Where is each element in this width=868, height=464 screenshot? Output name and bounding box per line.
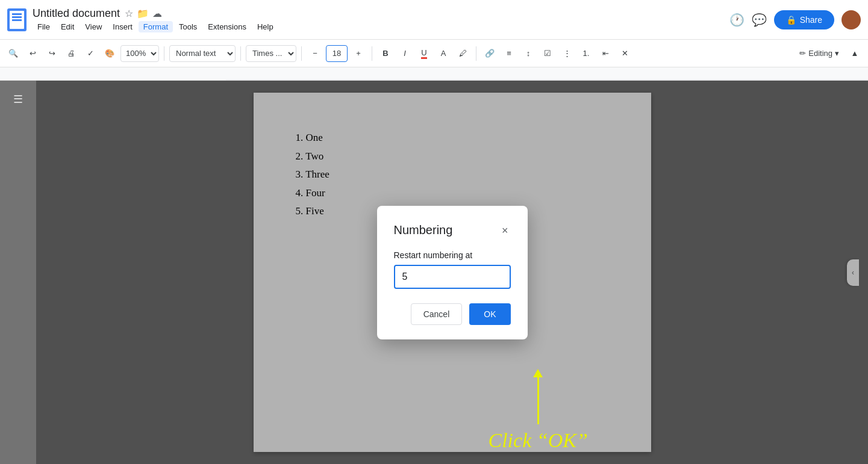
sidebar-left: ☰ bbox=[0, 81, 36, 464]
menu-help[interactable]: Help bbox=[252, 21, 278, 32]
doc-title-text[interactable]: Untitled document bbox=[33, 7, 120, 20]
title-section: Untitled document ☆ 📁 ☁ File Edit View I… bbox=[33, 7, 278, 32]
editing-btn[interactable]: ✏ Editing ▾ bbox=[795, 45, 844, 63]
title-bar: Untitled document ☆ 📁 ☁ File Edit View I… bbox=[0, 0, 868, 40]
ruler-content bbox=[226, 67, 868, 80]
star-icon[interactable]: ☆ bbox=[125, 8, 133, 19]
doc-title-row: Untitled document ☆ 📁 ☁ bbox=[33, 7, 278, 20]
checklist-btn[interactable]: ☑ bbox=[539, 45, 556, 63]
toolbar: 🔍 ↩ ↪ 🖨 ✓ 🎨 100% Normal text Times ... −… bbox=[0, 40, 868, 67]
search-btn[interactable]: 🔍 bbox=[5, 45, 22, 63]
outline-icon[interactable]: ☰ bbox=[13, 93, 23, 106]
avatar[interactable] bbox=[841, 10, 861, 29]
menu-file[interactable]: File bbox=[33, 21, 55, 32]
clear-format-btn[interactable]: ✕ bbox=[616, 45, 633, 63]
highlight-btn[interactable]: 🖊 bbox=[454, 45, 471, 63]
share-button[interactable]: 🔒 Share bbox=[774, 10, 834, 29]
divider-4 bbox=[372, 46, 372, 61]
pencil-icon: ✏ bbox=[799, 49, 806, 58]
undo-btn[interactable]: ↩ bbox=[24, 45, 41, 63]
redo-btn[interactable]: ↪ bbox=[43, 45, 60, 63]
font-select[interactable]: Times ... bbox=[246, 45, 296, 62]
main-area: ☰ 1. One 2. Two 3. Three 4. Four 5. Five… bbox=[0, 81, 868, 464]
spellcheck-btn[interactable]: ✓ bbox=[82, 45, 99, 63]
modal-buttons: Cancel OK bbox=[394, 303, 511, 325]
font-size-increase-btn[interactable]: + bbox=[350, 45, 367, 63]
modal-header: Numbering × bbox=[394, 223, 511, 238]
title-icons: ☆ 📁 ☁ bbox=[125, 8, 162, 19]
zoom-select[interactable]: 100% bbox=[120, 45, 159, 62]
ruler bbox=[0, 67, 868, 81]
modal-close-button[interactable]: × bbox=[499, 223, 511, 238]
text-color-btn[interactable]: A bbox=[435, 45, 452, 63]
line-spacing-btn[interactable]: ↕ bbox=[520, 45, 537, 63]
indent-less-btn[interactable]: ⇤ bbox=[597, 45, 614, 63]
menu-insert[interactable]: Insert bbox=[108, 21, 137, 32]
ruler-svg bbox=[226, 67, 868, 80]
underline-btn[interactable]: U bbox=[416, 45, 432, 63]
cloud-icon[interactable]: ☁ bbox=[152, 8, 162, 19]
print-btn[interactable]: 🖨 bbox=[63, 45, 80, 63]
divider-2 bbox=[240, 46, 241, 61]
numbering-dialog: Numbering × Restart numbering at Cancel … bbox=[377, 206, 528, 339]
editing-label: Editing bbox=[808, 49, 832, 58]
folder-icon[interactable]: 📁 bbox=[137, 8, 149, 19]
history-icon[interactable]: 🕐 bbox=[729, 13, 745, 27]
comment-icon[interactable]: 💬 bbox=[752, 13, 767, 27]
chevron-up-icon[interactable]: ▲ bbox=[846, 45, 863, 63]
link-btn[interactable]: 🔗 bbox=[481, 45, 498, 63]
menu-format[interactable]: Format bbox=[139, 21, 173, 32]
modal-label: Restart numbering at bbox=[394, 250, 511, 260]
cancel-button[interactable]: Cancel bbox=[411, 303, 463, 325]
divider-3 bbox=[301, 46, 302, 61]
chevron-down-icon: ▾ bbox=[835, 49, 839, 58]
title-right: 🕐 💬 🔒 Share bbox=[729, 10, 861, 29]
font-size-decrease-btn[interactable]: − bbox=[307, 45, 323, 63]
italic-btn[interactable]: I bbox=[396, 45, 413, 63]
bold-btn[interactable]: B bbox=[377, 45, 394, 63]
modal-overlay: Numbering × Restart numbering at Cancel … bbox=[36, 81, 868, 464]
menu-edit[interactable]: Edit bbox=[56, 21, 79, 32]
font-size-input[interactable] bbox=[326, 45, 348, 62]
align-btn[interactable]: ≡ bbox=[501, 45, 517, 63]
style-select[interactable]: Normal text bbox=[169, 45, 236, 62]
paint-format-btn[interactable]: 🎨 bbox=[101, 45, 118, 63]
menu-bar: File Edit View Insert Format Tools Exten… bbox=[33, 21, 278, 32]
document-area: 1. One 2. Two 3. Three 4. Four 5. Five N… bbox=[36, 81, 868, 464]
share-label: Share bbox=[800, 15, 822, 25]
docs-icon bbox=[7, 8, 27, 31]
modal-title: Numbering bbox=[394, 223, 453, 237]
ok-button[interactable]: OK bbox=[469, 303, 510, 325]
menu-extensions[interactable]: Extensions bbox=[203, 21, 251, 32]
divider-5 bbox=[476, 46, 476, 61]
numbered-list-btn[interactable]: 1. bbox=[578, 45, 595, 63]
restart-numbering-input[interactable] bbox=[394, 265, 511, 289]
menu-tools[interactable]: Tools bbox=[174, 21, 202, 32]
bullet-list-btn[interactable]: ⋮ bbox=[558, 45, 575, 63]
lock-icon: 🔒 bbox=[786, 15, 796, 25]
divider-1 bbox=[164, 46, 164, 61]
menu-view[interactable]: View bbox=[80, 21, 107, 32]
